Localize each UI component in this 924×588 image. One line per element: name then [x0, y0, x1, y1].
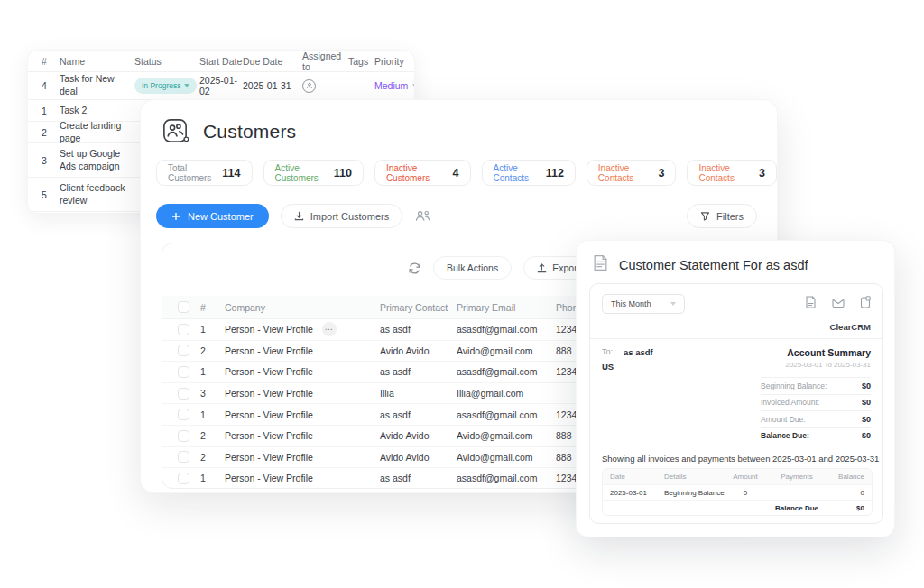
- summary-label: Balance Due:: [761, 431, 809, 440]
- statement-document-icon: [593, 254, 608, 275]
- company-link[interactable]: Person - View Profile: [225, 409, 313, 420]
- status-label: In Progress: [142, 81, 180, 90]
- row-checkbox[interactable]: [178, 345, 189, 356]
- primary-email: asasdf@gmail.com: [457, 473, 556, 483]
- row-checkbox[interactable]: [178, 473, 189, 484]
- company-link[interactable]: Person - View Profile: [225, 473, 313, 483]
- row-checkbox[interactable]: [178, 366, 189, 378]
- period-select-value: This Month: [611, 299, 651, 308]
- group-icon[interactable]: [414, 209, 431, 223]
- task-due-date: 2025-01-31: [243, 80, 302, 91]
- company-link[interactable]: Person - View Profile: [225, 388, 313, 399]
- company-link[interactable]: Person - View Profile: [225, 324, 313, 335]
- col-header-amount: Amount: [725, 473, 765, 481]
- bulk-actions-button[interactable]: Bulk Actions: [433, 256, 512, 280]
- col-header-name: Name: [60, 56, 134, 67]
- stat-value: 110: [334, 167, 352, 179]
- col-header-due: Due Date: [243, 56, 302, 67]
- showing-range-text: Showing all invoices and payments betwee…: [602, 454, 879, 464]
- statement-table-header: Date Details Amount Payments Balance: [603, 469, 872, 484]
- stat-value: 3: [658, 167, 664, 179]
- balance-due-label: Balance Due: [765, 504, 828, 512]
- stat-value: 112: [546, 167, 564, 179]
- import-customers-button[interactable]: Import Customers: [281, 204, 402, 228]
- device-share-icon[interactable]: [860, 296, 871, 312]
- summary-value: $0: [862, 381, 871, 390]
- primary-email: Avido@gmail.com: [457, 430, 556, 441]
- stat-card: Inactive Customers4: [374, 160, 471, 186]
- chevron-down-icon: [670, 302, 676, 306]
- refresh-icon[interactable]: [408, 262, 421, 275]
- col-header-priority: Priority: [374, 56, 415, 67]
- statement-table: Date Details Amount Payments Balance 202…: [602, 468, 873, 516]
- new-customer-button[interactable]: New Customer: [156, 204, 269, 228]
- summary-row: Invoiced Amount:$0: [761, 394, 871, 411]
- primary-contact: Avido Avido: [380, 345, 457, 356]
- col-header-tags: Tags: [348, 56, 374, 67]
- primary-contact: Avido Avido: [380, 452, 457, 463]
- summary-label: Beginning Balance:: [761, 381, 827, 390]
- statement-table-row: 2025-03-01Beginning Balance00: [603, 484, 872, 500]
- priority-label: Medium: [374, 80, 408, 91]
- cell-details: Beginning Balance: [657, 489, 725, 497]
- task-name: Task 2: [60, 105, 134, 117]
- task-name: Client feedback review: [60, 182, 134, 207]
- task-name: Create landing page: [60, 120, 134, 144]
- row-number: 2: [200, 452, 225, 463]
- primary-contact: Avido Avido: [380, 430, 457, 441]
- stat-label: Inactive Customers: [386, 163, 445, 183]
- status-dropdown[interactable]: In Progress: [134, 78, 197, 94]
- stat-value: 3: [759, 167, 765, 179]
- stats-row: Total Customers114Active Customers110Ina…: [156, 160, 777, 186]
- stat-value: 114: [222, 167, 240, 179]
- customer-name: as asdf: [624, 347, 653, 357]
- row-checkbox[interactable]: [178, 388, 189, 400]
- select-all-checkbox[interactable]: [178, 301, 189, 313]
- cell-date: 2025-03-01: [603, 489, 657, 497]
- row-number: 1: [200, 473, 225, 483]
- pdf-icon[interactable]: [805, 296, 817, 312]
- filters-button[interactable]: Filters: [687, 204, 757, 228]
- task-number: 3: [42, 155, 60, 166]
- row-checkbox[interactable]: [178, 451, 189, 463]
- customers-icon: [161, 116, 190, 146]
- row-menu-button[interactable]: ⋯: [322, 322, 337, 336]
- stat-label: Inactive Contacts: [698, 163, 751, 183]
- row-checkbox[interactable]: [178, 430, 189, 442]
- col-header-details: Details: [657, 473, 725, 481]
- statement-title: Customer Statement For as asdf: [619, 258, 808, 272]
- task-row[interactable]: 4 Task for New deal In Progress 2025-01-…: [28, 72, 414, 100]
- bulk-actions-label: Bulk Actions: [447, 262, 498, 273]
- company-link[interactable]: Person - View Profile: [225, 345, 313, 356]
- upload-icon: [537, 263, 547, 273]
- task-name: Set up Google Ads campaign: [60, 148, 134, 172]
- row-checkbox[interactable]: [178, 409, 189, 420]
- stat-card: Active Customers110: [263, 160, 364, 186]
- company-link[interactable]: Person - View Profile: [225, 430, 313, 441]
- period-select[interactable]: This Month: [602, 294, 685, 314]
- company-link[interactable]: Person - View Profile: [225, 452, 313, 463]
- company-link[interactable]: Person - View Profile: [225, 366, 313, 377]
- primary-email: Avido@gmail.com: [457, 345, 556, 356]
- summary-row: Balance Due:$0: [761, 427, 871, 445]
- assignee-icon[interactable]: [302, 79, 316, 93]
- new-customer-label: New Customer: [188, 211, 254, 222]
- summary-value: $0: [862, 398, 871, 407]
- row-number: 1: [200, 324, 225, 335]
- row-checkbox[interactable]: [178, 324, 189, 335]
- primary-email: Illia@gmail.com: [457, 388, 556, 399]
- stat-label: Inactive Contacts: [598, 163, 651, 183]
- to-label: To:: [602, 347, 613, 357]
- col-header-email: Primary Email: [457, 302, 556, 313]
- email-icon[interactable]: [832, 296, 845, 312]
- row-number: 1: [200, 409, 225, 420]
- import-customers-label: Import Customers: [310, 211, 389, 222]
- task-name: Task for New deal: [60, 73, 134, 97]
- stat-card: Inactive Contacts3: [587, 160, 677, 186]
- row-number: 2: [200, 345, 225, 356]
- priority-dropdown[interactable]: Medium: [374, 80, 415, 91]
- chevron-down-icon: [184, 84, 189, 87]
- page-title: Customers: [203, 121, 296, 142]
- stat-label: Active Contacts: [494, 163, 538, 183]
- download-icon: [294, 211, 304, 221]
